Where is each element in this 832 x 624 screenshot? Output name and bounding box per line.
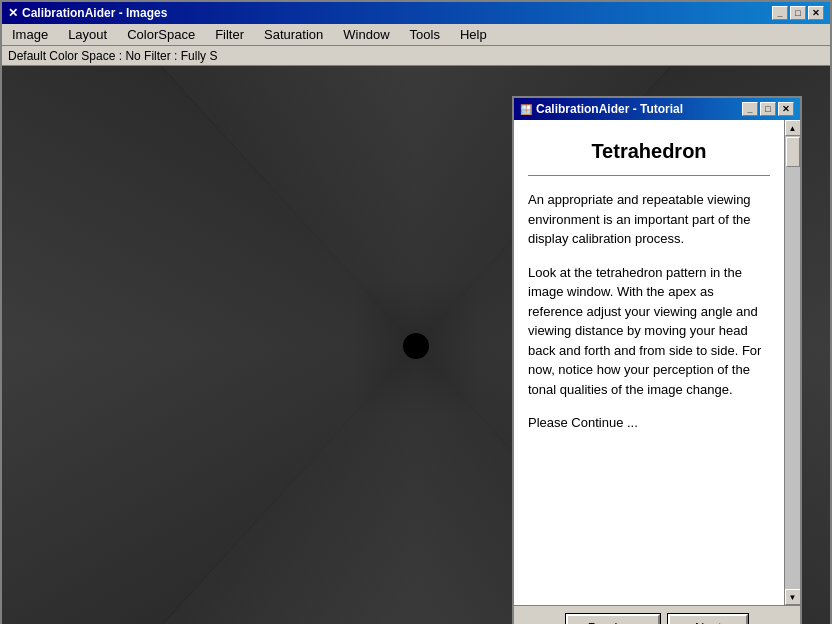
status-text: Default Color Space : No Filter : Fully … bbox=[8, 49, 217, 63]
tutorial-close-button[interactable]: ✕ bbox=[778, 102, 794, 116]
main-title-bar: ✕ CalibrationAider - Images _ □ ✕ bbox=[2, 2, 830, 24]
scroll-down-button[interactable]: ▼ bbox=[785, 589, 801, 605]
tutorial-content: Tetrahedron An appropriate and repeatabl… bbox=[514, 120, 800, 605]
tutorial-controls: _ □ ✕ bbox=[742, 102, 794, 116]
next-button[interactable]: Next bbox=[668, 614, 748, 624]
menu-saturation[interactable]: Saturation bbox=[258, 25, 329, 44]
tutorial-paragraph-2: Look at the tetrahedron pattern in the i… bbox=[528, 263, 770, 400]
scroll-up-button[interactable]: ▲ bbox=[785, 120, 801, 136]
menu-bar: Image Layout ColorSpace Filter Saturatio… bbox=[2, 24, 830, 46]
menu-colorspace[interactable]: ColorSpace bbox=[121, 25, 201, 44]
close-button[interactable]: ✕ bbox=[808, 6, 824, 20]
tutorial-paragraph-1: An appropriate and repeatable viewing en… bbox=[528, 190, 770, 249]
tutorial-heading: Tetrahedron bbox=[528, 136, 770, 163]
tutorial-window-icon: 🪟 bbox=[520, 104, 532, 115]
menu-filter[interactable]: Filter bbox=[209, 25, 250, 44]
main-window: ✕ CalibrationAider - Images _ □ ✕ Image … bbox=[0, 0, 832, 624]
main-content-area: 🪟 CalibrationAider - Tutorial _ □ ✕ Tetr… bbox=[2, 66, 830, 624]
minimize-button[interactable]: _ bbox=[772, 6, 788, 20]
svg-point-22 bbox=[403, 333, 429, 359]
tutorial-paragraph-3: Please Continue ... bbox=[528, 413, 770, 433]
main-window-icon: ✕ bbox=[8, 6, 18, 20]
menu-tools[interactable]: Tools bbox=[404, 25, 446, 44]
menu-layout[interactable]: Layout bbox=[62, 25, 113, 44]
scrollbar-track[interactable] bbox=[785, 136, 800, 589]
tutorial-title-bar: 🪟 CalibrationAider - Tutorial _ □ ✕ bbox=[514, 98, 800, 120]
tutorial-separator bbox=[528, 175, 770, 176]
menu-window[interactable]: Window bbox=[337, 25, 395, 44]
menu-help[interactable]: Help bbox=[454, 25, 493, 44]
tutorial-minimize-button[interactable]: _ bbox=[742, 102, 758, 116]
tutorial-text-area[interactable]: Tetrahedron An appropriate and repeatabl… bbox=[514, 120, 784, 605]
main-window-controls: _ □ ✕ bbox=[772, 6, 824, 20]
maximize-button[interactable]: □ bbox=[790, 6, 806, 20]
previous-button[interactable]: Previous bbox=[566, 614, 661, 624]
tutorial-maximize-button[interactable]: □ bbox=[760, 102, 776, 116]
main-window-title: CalibrationAider - Images bbox=[22, 6, 167, 20]
tutorial-window: 🪟 CalibrationAider - Tutorial _ □ ✕ Tetr… bbox=[512, 96, 802, 624]
svg-marker-20 bbox=[2, 346, 416, 624]
tutorial-scrollbar: ▲ ▼ bbox=[784, 120, 800, 605]
tutorial-window-title: CalibrationAider - Tutorial bbox=[536, 102, 683, 116]
tutorial-footer: Previous Next bbox=[514, 605, 800, 624]
svg-marker-18 bbox=[2, 66, 416, 346]
status-bar: Default Color Space : No Filter : Fully … bbox=[2, 46, 830, 66]
scrollbar-thumb[interactable] bbox=[786, 137, 800, 167]
menu-image[interactable]: Image bbox=[6, 25, 54, 44]
